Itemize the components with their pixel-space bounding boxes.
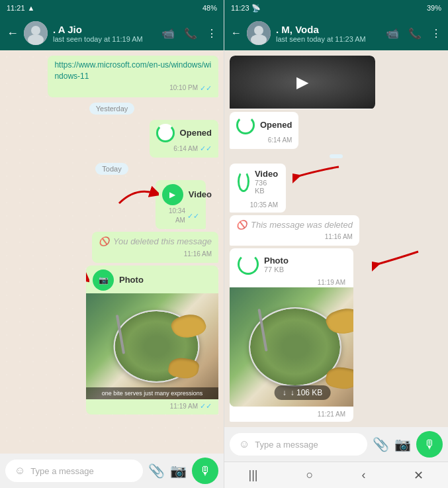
time-right: 11:23 [231, 4, 249, 12]
photo-loading-icon-right [238, 254, 259, 275]
input-bar-left: ☺ Type a message 📎 📷 🎙 [0, 454, 224, 488]
deleted-text-right: 🚫 This message was deleted [236, 219, 353, 231]
contact-name-right: . M, Voda [276, 24, 381, 35]
video-call-icon-left[interactable]: 📹 [161, 27, 175, 40]
nav-back[interactable]: ||| [249, 468, 258, 482]
photo-size-right: 77 KB [264, 266, 289, 273]
header-info-left: . A Jio last seen today at 11:19 AM [53, 24, 156, 43]
link-text[interactable]: https://www.microsoft.com/en-us/windows/… [54, 60, 212, 82]
chat-header-right: ← . M, Voda last seen today at 11:23 AM … [224, 16, 448, 50]
video-time-right: 10:35 AM [230, 201, 286, 213]
video-icon-left: ▶ [162, 184, 183, 205]
left-chat-panel: 11:21 ▲ 48% ← . A Jio last seen today at… [0, 0, 224, 488]
video-label-right: Video [255, 169, 278, 179]
emoji-icon-right[interactable]: ☺ [239, 438, 249, 450]
link-message: https://www.microsoft.com/en-us/windows/… [48, 56, 218, 97]
video-message-left: ▶ Video 10:34 AM ✓✓ [156, 180, 206, 229]
battery-left: 48% [202, 4, 217, 12]
status-bar-left: 11:21 ▲ 48% [0, 0, 224, 16]
signal-icon-left: ▲ [28, 4, 35, 12]
phone-icon-right[interactable]: 📞 [408, 27, 422, 40]
attach-icon-left[interactable]: 📎 [148, 463, 165, 479]
phone-icon-left[interactable]: 📞 [184, 27, 197, 40]
photo-overlay-text: one bite serves just many expressions [86, 387, 218, 399]
emoji-icon-left[interactable]: ☺ [15, 465, 25, 477]
svg-point-1 [31, 26, 40, 35]
nav-recent[interactable]: ‹ [361, 468, 365, 482]
message-input-right[interactable]: ☺ Type a message [230, 433, 367, 456]
photo-header-left: 📷 Photo [86, 266, 218, 293]
mic-button-right[interactable]: 🎙 [416, 431, 443, 458]
svg-point-4 [254, 26, 263, 35]
attach-icon-right[interactable]: 📎 [373, 436, 389, 452]
video-preview-thumb: ▶ [230, 56, 375, 109]
video-call-icon-right[interactable]: 📹 [386, 27, 399, 40]
video-message-right: Video 736 KB 10:35 AM [230, 164, 286, 213]
photo-icon-left: 📷 [93, 269, 114, 291]
opened-time-right: 6:14 AM [236, 136, 292, 145]
svg-point-5 [251, 34, 267, 45]
deleted-icon-left: 🚫 [99, 236, 109, 248]
message-input-left[interactable]: ☺ Type a message [5, 460, 143, 482]
opened-label-right: Opened [260, 119, 292, 131]
photo-caption-left: 11:19 AM ✓✓ [86, 399, 218, 415]
nav-home[interactable]: ○ [306, 468, 314, 482]
download-overlay[interactable]: ↓ ↓ 106 KB [275, 385, 331, 400]
video-time-left: 10:34 AM ✓✓ [162, 207, 199, 225]
camera-icon-right[interactable]: 📷 [394, 436, 411, 452]
menu-icon-left[interactable]: ⋮ [206, 27, 217, 40]
contact-status-right: last seen today at 11:23 AM [276, 35, 381, 43]
video-message-left-container: ▶ Video 10:34 AM ✓✓ [156, 180, 218, 229]
ticks-link: ✓✓ [200, 83, 212, 93]
video-preview-received: ▶ 6:14 AM [230, 56, 375, 109]
opened-message-left: Opened 6:14 AM ✓✓ [150, 120, 218, 158]
back-button-right[interactable]: ← [231, 27, 242, 39]
loading-icon-opened-left [156, 124, 175, 142]
date-divider-today-left: Today [95, 163, 128, 175]
camera-icon-left[interactable]: 📷 [170, 463, 187, 479]
status-right-info: 48% [202, 4, 217, 12]
deleted-time-right: 11:16 AM [236, 232, 353, 242]
photo-label-right: Photo [264, 256, 289, 266]
video-loading-icon-right [238, 171, 249, 192]
opened-label-left: Opened [180, 127, 212, 139]
contact-status-left: last seen today at 11:19 AM [53, 35, 156, 43]
menu-icon-right[interactable]: ⋮ [431, 27, 441, 40]
back-button-left[interactable]: ← [7, 26, 19, 40]
opened-message-right: Opened 6:14 AM [230, 112, 298, 149]
avatar-right [247, 21, 271, 45]
deleted-icon-right: 🚫 [236, 219, 247, 231]
input-placeholder-right: Type a message [255, 440, 318, 450]
photo-bottom-time: 11:21 AM [230, 407, 353, 422]
video-preview-inner: ▶ [230, 56, 375, 109]
chat-messages-left: https://www.microsoft.com/en-us/windows/… [0, 50, 224, 454]
link-time: 10:10 PM ✓✓ [54, 83, 212, 93]
photo-bottom-time-text: 11:21 AM [238, 411, 345, 418]
nav-more[interactable]: ✕ [414, 468, 424, 483]
date-divider-today-right [330, 154, 343, 158]
food-photo-left: one bite serves just many expressions [86, 293, 218, 399]
input-bar-right: ☺ Type a message 📎 📷 🎙 [224, 427, 448, 462]
avatar-left [24, 21, 48, 45]
photo-message-right: Photo 77 KB 11:19 AM [230, 248, 353, 422]
download-size: ↓ 106 KB [291, 388, 323, 397]
right-chat-panel: 11:23 📡 39% ← . M, Voda last seen today … [224, 0, 448, 488]
opened-time-left: 6:14 AM ✓✓ [156, 144, 212, 154]
status-left-info-right: 11:23 📡 [231, 4, 261, 13]
mic-button-left[interactable]: 🎙 [192, 458, 218, 484]
photo-time-left: 11:19 AM ✓✓ [93, 402, 212, 411]
video-message-right-wrapper: Video 736 KB 10:35 AM [230, 164, 296, 213]
red-arrow-video-right [292, 164, 342, 193]
svg-point-2 [28, 34, 44, 45]
header-icons-left: 📹 📞 ⋮ [161, 27, 217, 40]
deleted-text-left: 🚫 You deleted this message [99, 236, 212, 248]
nav-bar: ||| ○ ‹ ✕ [224, 462, 448, 488]
input-placeholder-left: Type a message [30, 466, 93, 476]
photo-message-right-wrapper: Photo 77 KB 11:19 AM [230, 248, 375, 422]
contact-name-left: . A Jio [53, 24, 156, 35]
video-size-right: 736 KB [255, 179, 278, 195]
photo-label-left: Photo [119, 275, 144, 285]
chat-header-left: ← . A Jio last seen today at 11:19 AM 📹 … [0, 16, 224, 50]
deleted-time-left: 11:16 AM [99, 250, 212, 259]
signal-icons-right: 📡 [251, 4, 261, 12]
